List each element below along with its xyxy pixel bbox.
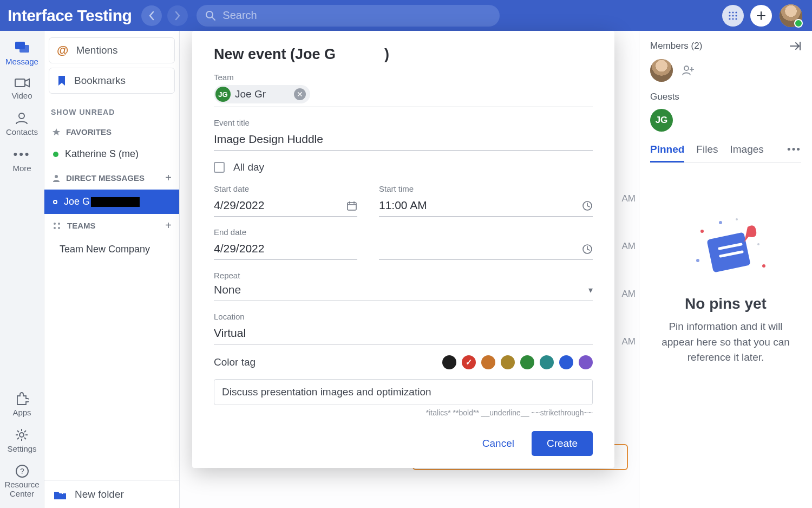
teams-header[interactable]: TEAMS +	[44, 214, 179, 237]
color-swatch[interactable]	[540, 355, 554, 369]
add-team-button[interactable]: +	[165, 219, 172, 232]
add-dm-button[interactable]: +	[165, 172, 172, 184]
all-day-checkbox[interactable]	[214, 162, 225, 173]
app-title: Interface Testing	[8, 6, 132, 25]
svg-line-1	[212, 17, 215, 20]
svg-point-33	[700, 230, 704, 233]
svg-point-7	[735, 15, 737, 16]
contacts-icon	[15, 111, 29, 125]
team-field[interactable]: JG Joe Gr ✕	[214, 85, 593, 107]
svg-point-8	[729, 18, 730, 19]
rail-settings[interactable]: Settings	[7, 428, 36, 453]
clock-icon[interactable]	[582, 200, 593, 211]
tabs-more-button[interactable]: •••	[787, 144, 801, 162]
collapse-panel-button[interactable]	[789, 41, 801, 51]
repeat-select[interactable]: None ▾	[214, 283, 593, 301]
start-date-input[interactable]	[214, 197, 357, 217]
svg-rect-15	[15, 79, 25, 87]
format-hint: *italics* **bold** __underline__ ~~strik…	[214, 408, 593, 417]
member-avatar[interactable]	[650, 59, 673, 82]
rail-apps[interactable]: Apps	[12, 392, 31, 417]
folder-plus-icon	[53, 489, 67, 500]
dialpad-button[interactable]	[722, 5, 744, 27]
svg-point-3	[732, 11, 734, 13]
team-chip-avatar: JG	[215, 87, 231, 102]
svg-point-9	[732, 18, 734, 19]
favorites-header[interactable]: FAVORITES	[44, 122, 179, 142]
color-swatch[interactable]	[501, 355, 515, 369]
svg-point-6	[732, 15, 734, 16]
end-date-label: End date	[214, 227, 357, 237]
end-date-input[interactable]	[214, 240, 357, 260]
profile-avatar[interactable]	[780, 4, 802, 27]
bookmarks-button[interactable]: Bookmarks	[49, 68, 175, 94]
star-icon	[52, 128, 61, 136]
dm-item-joe[interactable]: Joe G	[44, 190, 179, 214]
nav-forward-button[interactable]	[167, 5, 188, 26]
svg-point-10	[735, 18, 737, 19]
gear-icon	[15, 428, 29, 442]
start-time-label: Start time	[379, 184, 593, 193]
color-swatch[interactable]	[520, 355, 534, 369]
svg-point-16	[19, 113, 24, 119]
svg-point-17	[19, 433, 24, 437]
caret-down-icon: ▾	[588, 285, 593, 295]
rail-more[interactable]: ••• More	[12, 147, 31, 173]
nav-back-button[interactable]	[141, 5, 162, 26]
presence-dot-icon	[53, 152, 58, 157]
color-swatch[interactable]	[579, 355, 593, 369]
rail-resource-center[interactable]: ? Resource Center	[0, 464, 44, 498]
global-search[interactable]: Search	[197, 5, 500, 27]
redacted-name	[91, 197, 140, 207]
rail-contacts[interactable]: Contacts	[6, 111, 38, 136]
create-button[interactable]: Create	[532, 431, 593, 456]
pinned-empty-state: No pins yet Pin information and it will …	[650, 163, 801, 366]
presence-dot-icon	[53, 200, 57, 204]
mentions-button[interactable]: @ Mentions	[49, 37, 175, 63]
svg-point-23	[54, 227, 56, 229]
favorite-item-me[interactable]: Katherine S (me)	[44, 142, 179, 166]
end-time-input[interactable]	[379, 240, 593, 260]
show-unread-toggle[interactable]: SHOW UNREAD	[44, 98, 179, 122]
guest-avatar[interactable]: JG	[650, 109, 673, 132]
event-title-label: Event title	[214, 118, 593, 127]
clock-icon[interactable]	[582, 244, 593, 255]
team-item[interactable]: Team New Company	[44, 237, 179, 262]
tab-files[interactable]: Files	[696, 144, 718, 162]
add-member-button[interactable]	[682, 64, 695, 77]
cancel-button[interactable]: Cancel	[479, 432, 518, 455]
color-swatch[interactable]	[559, 355, 573, 369]
new-button[interactable]	[750, 5, 772, 27]
collapse-icon	[789, 41, 801, 51]
calendar-icon[interactable]	[346, 200, 357, 211]
description-input[interactable]: Discuss presentation images and optimiza…	[214, 379, 593, 405]
person-icon	[52, 174, 61, 183]
start-time-input[interactable]	[379, 197, 593, 217]
svg-rect-14	[19, 45, 29, 53]
top-bar: Interface Testing Search	[0, 0, 812, 31]
svg-point-34	[762, 264, 765, 268]
svg-point-37	[736, 218, 738, 220]
start-date-label: Start date	[214, 184, 357, 193]
new-folder-button[interactable]: New folder	[44, 480, 179, 508]
team-chip-name: Joe Gr	[235, 88, 266, 100]
new-event-modal: New event (Joe G) Team JG Joe Gr ✕ Event…	[192, 31, 614, 468]
remove-team-chip-button[interactable]: ✕	[294, 88, 306, 100]
help-icon: ?	[15, 464, 29, 478]
tab-pinned[interactable]: Pinned	[650, 144, 684, 162]
color-swatch[interactable]	[442, 355, 456, 369]
color-swatch[interactable]	[462, 355, 476, 369]
person-add-icon	[682, 64, 695, 77]
location-input[interactable]	[214, 324, 593, 344]
search-icon	[205, 10, 216, 21]
rail-message[interactable]: Message	[5, 41, 38, 66]
tab-images[interactable]: Images	[730, 144, 763, 162]
color-tag-label: Color tag	[214, 356, 256, 368]
rail-video[interactable]: Video	[11, 77, 32, 100]
event-title-input[interactable]	[214, 131, 593, 151]
team-chip: JG Joe Gr ✕	[214, 85, 310, 103]
color-swatch[interactable]	[481, 355, 495, 369]
dm-header[interactable]: DIRECT MESSAGES +	[44, 166, 179, 190]
svg-point-5	[729, 15, 730, 16]
details-panel: Members (2) Guests JG Pinned Files Image…	[639, 31, 812, 508]
